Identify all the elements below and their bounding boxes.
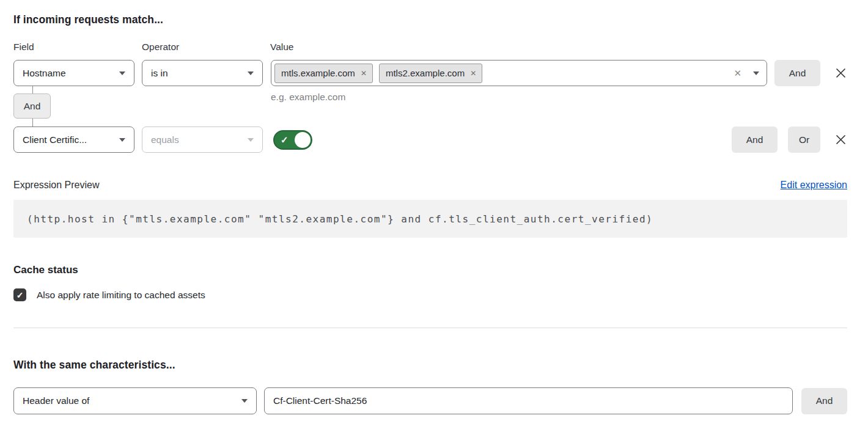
chevron-down-icon xyxy=(248,72,254,75)
close-icon xyxy=(834,67,847,79)
toggle-knob xyxy=(295,132,311,148)
clear-values-icon[interactable]: ✕ xyxy=(734,68,741,78)
operator-select-row2-value: equals xyxy=(151,134,179,145)
remove-tag-icon[interactable]: ✕ xyxy=(470,70,476,77)
cache-checkbox-row: ✓ Also apply rate limiting to cached ass… xyxy=(13,288,847,301)
value-tag-label: mtls2.example.com xyxy=(386,68,465,78)
close-icon xyxy=(834,133,847,146)
expression-code: (http.host in {"mtls.example.com" "mtls2… xyxy=(27,213,653,225)
value-helper-text: e.g. example.com xyxy=(271,92,345,103)
value-tag: mtls2.example.com ✕ xyxy=(379,64,482,83)
field-select-row2-value: Client Certific... xyxy=(23,134,87,145)
field-select-row1-value: Hostname xyxy=(23,68,66,79)
column-labels: Field Operator Value xyxy=(13,42,847,53)
header-name-input[interactable] xyxy=(264,387,793,414)
delete-rule-row1-icon[interactable] xyxy=(834,67,847,79)
rate-limiting-rule-builder: If incoming requests match... Field Oper… xyxy=(0,0,868,414)
operator-select-row2: equals xyxy=(142,127,263,153)
delete-rule-row2-icon[interactable] xyxy=(834,133,847,146)
characteristics-title: With the same characteristics... xyxy=(13,359,847,372)
characteristics-row: Header value of And xyxy=(13,387,847,414)
value-tag: mtls.example.com ✕ xyxy=(274,64,373,83)
chevron-down-icon xyxy=(241,399,248,403)
and-button-row1[interactable]: And xyxy=(774,60,820,86)
cache-status-title: Cache status xyxy=(13,264,847,276)
multiselect-controls: ✕ xyxy=(734,68,759,78)
value-column-label: Value xyxy=(270,42,294,53)
cached-assets-checkbox[interactable]: ✓ xyxy=(13,288,26,301)
operator-select-row1-value: is in xyxy=(151,68,168,79)
field-select-row1[interactable]: Hostname xyxy=(13,60,134,86)
chevron-down-icon xyxy=(119,72,125,75)
cached-assets-checkbox-label: Also apply rate limiting to cached asset… xyxy=(37,290,205,301)
remove-tag-icon[interactable]: ✕ xyxy=(361,70,367,77)
row-connector-band: And e.g. example.com xyxy=(13,86,847,127)
check-icon: ✓ xyxy=(17,290,24,300)
expression-preview-label: Expression Preview xyxy=(13,180,100,191)
chevron-down-icon xyxy=(119,138,125,142)
section-divider xyxy=(13,328,847,328)
field-select-row2[interactable]: Client Certific... xyxy=(13,127,134,153)
operator-select-row1[interactable]: is in xyxy=(142,60,263,86)
rule-row-2: Client Certific... equals ✓ And Or xyxy=(13,127,847,153)
expression-preview-header: Expression Preview Edit expression xyxy=(13,180,847,191)
characteristic-select-value: Header value of xyxy=(23,395,89,406)
chevron-down-icon xyxy=(248,138,254,142)
and-button-characteristics[interactable]: And xyxy=(801,388,847,414)
expression-code-block: (http.host in {"mtls.example.com" "mtls2… xyxy=(13,200,847,238)
chevron-down-icon[interactable] xyxy=(753,72,759,75)
value-toggle-row2[interactable]: ✓ xyxy=(273,130,312,150)
rule-row-1: Hostname is in mtls.example.com ✕ mtls2.… xyxy=(13,60,847,86)
and-connector-button[interactable]: And xyxy=(13,94,51,119)
value-tag-label: mtls.example.com xyxy=(281,68,355,78)
or-button-row2[interactable]: Or xyxy=(788,127,820,153)
match-section-title: If incoming requests match... xyxy=(13,13,847,26)
and-button-row2[interactable]: And xyxy=(732,127,778,153)
field-column-label: Field xyxy=(13,42,142,53)
edit-expression-link[interactable]: Edit expression xyxy=(781,180,847,191)
characteristic-select[interactable]: Header value of xyxy=(13,387,257,414)
value-multiselect-row1[interactable]: mtls.example.com ✕ mtls2.example.com ✕ ✕ xyxy=(271,60,767,86)
operator-column-label: Operator xyxy=(142,42,270,53)
check-icon: ✓ xyxy=(281,134,289,145)
